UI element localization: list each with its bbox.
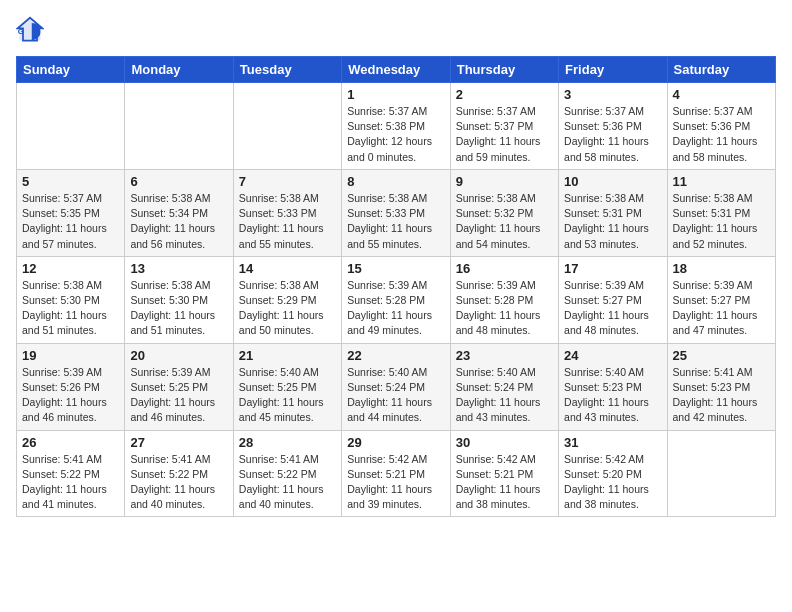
weekday-header-tuesday: Tuesday [233, 57, 341, 83]
day-info: Sunrise: 5:39 AMSunset: 5:26 PMDaylight:… [22, 365, 119, 426]
day-number: 2 [456, 87, 553, 102]
day-number: 21 [239, 348, 336, 363]
calendar-cell: 16Sunrise: 5:39 AMSunset: 5:28 PMDayligh… [450, 256, 558, 343]
logo-icon: G [16, 16, 44, 44]
calendar-cell: 28Sunrise: 5:41 AMSunset: 5:22 PMDayligh… [233, 430, 341, 517]
day-number: 24 [564, 348, 661, 363]
day-number: 30 [456, 435, 553, 450]
day-number: 22 [347, 348, 444, 363]
day-number: 12 [22, 261, 119, 276]
calendar-cell: 25Sunrise: 5:41 AMSunset: 5:23 PMDayligh… [667, 343, 775, 430]
day-number: 15 [347, 261, 444, 276]
calendar-cell [667, 430, 775, 517]
calendar-week-2: 5Sunrise: 5:37 AMSunset: 5:35 PMDaylight… [17, 169, 776, 256]
day-info: Sunrise: 5:42 AMSunset: 5:21 PMDaylight:… [347, 452, 444, 513]
calendar-cell: 9Sunrise: 5:38 AMSunset: 5:32 PMDaylight… [450, 169, 558, 256]
calendar-week-3: 12Sunrise: 5:38 AMSunset: 5:30 PMDayligh… [17, 256, 776, 343]
weekday-header-wednesday: Wednesday [342, 57, 450, 83]
calendar-cell: 24Sunrise: 5:40 AMSunset: 5:23 PMDayligh… [559, 343, 667, 430]
day-number: 9 [456, 174, 553, 189]
day-info: Sunrise: 5:41 AMSunset: 5:22 PMDaylight:… [130, 452, 227, 513]
day-info: Sunrise: 5:38 AMSunset: 5:29 PMDaylight:… [239, 278, 336, 339]
calendar-cell: 6Sunrise: 5:38 AMSunset: 5:34 PMDaylight… [125, 169, 233, 256]
day-info: Sunrise: 5:38 AMSunset: 5:30 PMDaylight:… [130, 278, 227, 339]
day-info: Sunrise: 5:39 AMSunset: 5:25 PMDaylight:… [130, 365, 227, 426]
calendar-cell: 29Sunrise: 5:42 AMSunset: 5:21 PMDayligh… [342, 430, 450, 517]
day-info: Sunrise: 5:40 AMSunset: 5:24 PMDaylight:… [456, 365, 553, 426]
day-number: 7 [239, 174, 336, 189]
day-number: 14 [239, 261, 336, 276]
day-number: 8 [347, 174, 444, 189]
weekday-header-monday: Monday [125, 57, 233, 83]
calendar-cell [125, 83, 233, 170]
day-info: Sunrise: 5:37 AMSunset: 5:36 PMDaylight:… [564, 104, 661, 165]
day-info: Sunrise: 5:38 AMSunset: 5:33 PMDaylight:… [347, 191, 444, 252]
day-number: 20 [130, 348, 227, 363]
calendar-table: SundayMondayTuesdayWednesdayThursdayFrid… [16, 56, 776, 517]
day-number: 25 [673, 348, 770, 363]
day-number: 3 [564, 87, 661, 102]
day-number: 17 [564, 261, 661, 276]
calendar-cell: 1Sunrise: 5:37 AMSunset: 5:38 PMDaylight… [342, 83, 450, 170]
day-info: Sunrise: 5:37 AMSunset: 5:38 PMDaylight:… [347, 104, 444, 165]
day-info: Sunrise: 5:40 AMSunset: 5:24 PMDaylight:… [347, 365, 444, 426]
weekday-header-sunday: Sunday [17, 57, 125, 83]
calendar-cell [233, 83, 341, 170]
day-info: Sunrise: 5:39 AMSunset: 5:27 PMDaylight:… [673, 278, 770, 339]
logo: G [16, 16, 48, 44]
weekday-header-thursday: Thursday [450, 57, 558, 83]
weekday-header-saturday: Saturday [667, 57, 775, 83]
day-number: 23 [456, 348, 553, 363]
calendar-cell: 12Sunrise: 5:38 AMSunset: 5:30 PMDayligh… [17, 256, 125, 343]
calendar-cell: 15Sunrise: 5:39 AMSunset: 5:28 PMDayligh… [342, 256, 450, 343]
calendar-week-1: 1Sunrise: 5:37 AMSunset: 5:38 PMDaylight… [17, 83, 776, 170]
day-info: Sunrise: 5:38 AMSunset: 5:30 PMDaylight:… [22, 278, 119, 339]
calendar-cell: 31Sunrise: 5:42 AMSunset: 5:20 PMDayligh… [559, 430, 667, 517]
day-number: 13 [130, 261, 227, 276]
calendar-cell: 14Sunrise: 5:38 AMSunset: 5:29 PMDayligh… [233, 256, 341, 343]
day-number: 31 [564, 435, 661, 450]
day-number: 1 [347, 87, 444, 102]
day-info: Sunrise: 5:38 AMSunset: 5:32 PMDaylight:… [456, 191, 553, 252]
calendar-cell: 7Sunrise: 5:38 AMSunset: 5:33 PMDaylight… [233, 169, 341, 256]
day-info: Sunrise: 5:37 AMSunset: 5:36 PMDaylight:… [673, 104, 770, 165]
day-number: 28 [239, 435, 336, 450]
day-number: 6 [130, 174, 227, 189]
calendar-cell: 4Sunrise: 5:37 AMSunset: 5:36 PMDaylight… [667, 83, 775, 170]
day-info: Sunrise: 5:39 AMSunset: 5:28 PMDaylight:… [456, 278, 553, 339]
day-info: Sunrise: 5:42 AMSunset: 5:21 PMDaylight:… [456, 452, 553, 513]
calendar-cell: 8Sunrise: 5:38 AMSunset: 5:33 PMDaylight… [342, 169, 450, 256]
day-info: Sunrise: 5:37 AMSunset: 5:37 PMDaylight:… [456, 104, 553, 165]
calendar-cell: 17Sunrise: 5:39 AMSunset: 5:27 PMDayligh… [559, 256, 667, 343]
calendar-week-4: 19Sunrise: 5:39 AMSunset: 5:26 PMDayligh… [17, 343, 776, 430]
weekday-header-friday: Friday [559, 57, 667, 83]
day-info: Sunrise: 5:41 AMSunset: 5:22 PMDaylight:… [22, 452, 119, 513]
day-info: Sunrise: 5:37 AMSunset: 5:35 PMDaylight:… [22, 191, 119, 252]
calendar-cell: 5Sunrise: 5:37 AMSunset: 5:35 PMDaylight… [17, 169, 125, 256]
page-header: G [16, 16, 776, 44]
calendar-cell [17, 83, 125, 170]
day-info: Sunrise: 5:41 AMSunset: 5:22 PMDaylight:… [239, 452, 336, 513]
day-number: 10 [564, 174, 661, 189]
calendar-cell: 18Sunrise: 5:39 AMSunset: 5:27 PMDayligh… [667, 256, 775, 343]
weekday-header-row: SundayMondayTuesdayWednesdayThursdayFrid… [17, 57, 776, 83]
calendar-cell: 3Sunrise: 5:37 AMSunset: 5:36 PMDaylight… [559, 83, 667, 170]
day-number: 5 [22, 174, 119, 189]
calendar-cell: 26Sunrise: 5:41 AMSunset: 5:22 PMDayligh… [17, 430, 125, 517]
calendar-cell: 19Sunrise: 5:39 AMSunset: 5:26 PMDayligh… [17, 343, 125, 430]
day-number: 16 [456, 261, 553, 276]
day-info: Sunrise: 5:38 AMSunset: 5:33 PMDaylight:… [239, 191, 336, 252]
calendar-cell: 13Sunrise: 5:38 AMSunset: 5:30 PMDayligh… [125, 256, 233, 343]
day-info: Sunrise: 5:42 AMSunset: 5:20 PMDaylight:… [564, 452, 661, 513]
day-info: Sunrise: 5:38 AMSunset: 5:31 PMDaylight:… [564, 191, 661, 252]
day-number: 4 [673, 87, 770, 102]
day-info: Sunrise: 5:40 AMSunset: 5:25 PMDaylight:… [239, 365, 336, 426]
day-info: Sunrise: 5:41 AMSunset: 5:23 PMDaylight:… [673, 365, 770, 426]
day-number: 27 [130, 435, 227, 450]
calendar-cell: 20Sunrise: 5:39 AMSunset: 5:25 PMDayligh… [125, 343, 233, 430]
day-info: Sunrise: 5:39 AMSunset: 5:28 PMDaylight:… [347, 278, 444, 339]
calendar-cell: 11Sunrise: 5:38 AMSunset: 5:31 PMDayligh… [667, 169, 775, 256]
day-number: 26 [22, 435, 119, 450]
calendar-cell: 27Sunrise: 5:41 AMSunset: 5:22 PMDayligh… [125, 430, 233, 517]
svg-text:G: G [18, 27, 24, 36]
